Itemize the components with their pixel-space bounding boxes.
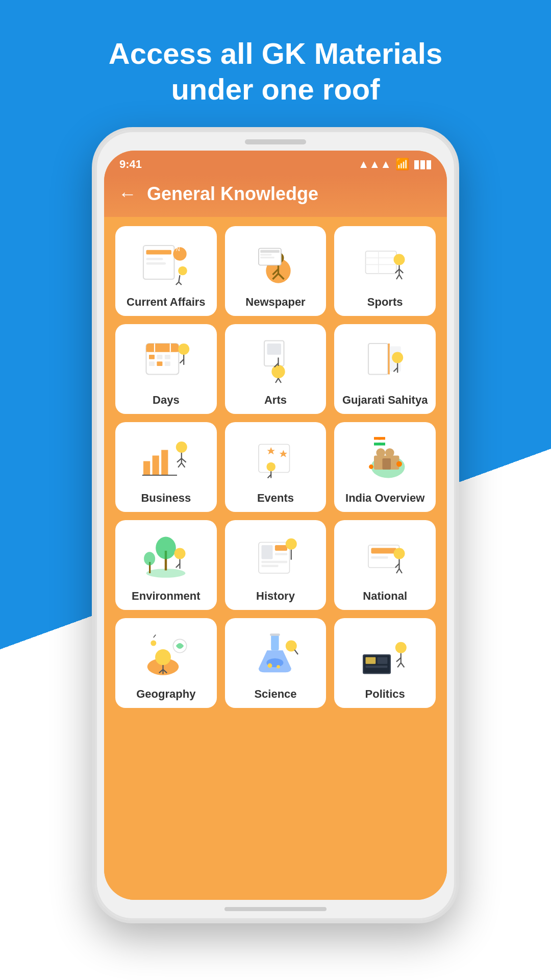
- svg-point-81: [385, 448, 394, 457]
- svg-rect-102: [371, 556, 388, 558]
- svg-rect-58: [153, 456, 159, 476]
- svg-point-109: [155, 649, 171, 665]
- svg-rect-2: [146, 258, 163, 260]
- svg-point-80: [376, 448, 385, 457]
- screen: 9:41 ▲▲▲ 📶 ▮▮▮ ← General Knowledge N: [104, 151, 447, 900]
- gujarati-sahitya-icon: [357, 332, 413, 388]
- svg-point-61: [176, 442, 187, 453]
- grid-item-science[interactable]: Science: [225, 618, 327, 708]
- national-label: National: [363, 590, 407, 603]
- grid-item-national[interactable]: National: [334, 520, 436, 610]
- svg-rect-17: [260, 250, 279, 253]
- svg-rect-37: [165, 355, 170, 359]
- svg-rect-45: [267, 344, 281, 355]
- svg-point-128: [395, 642, 406, 653]
- svg-point-89: [174, 548, 186, 559]
- app-title: General Knowledge: [147, 183, 318, 205]
- days-icon: [138, 332, 194, 388]
- svg-line-64: [182, 458, 186, 462]
- svg-rect-125: [365, 657, 375, 664]
- national-icon: [357, 528, 413, 584]
- svg-point-46: [271, 365, 285, 378]
- current-affairs-icon: N: [138, 234, 194, 290]
- science-label: Science: [254, 688, 296, 701]
- svg-rect-19: [260, 257, 274, 258]
- geography-icon: [138, 626, 194, 682]
- svg-rect-57: [143, 461, 150, 476]
- svg-rect-1: [146, 250, 172, 255]
- politics-icon: [357, 626, 413, 682]
- grid-item-india-overview[interactable]: India Overview: [334, 422, 436, 512]
- svg-line-106: [396, 569, 399, 573]
- wifi-icon: 📶: [395, 158, 409, 171]
- grid-item-environment[interactable]: Environment: [115, 520, 217, 610]
- svg-line-107: [399, 569, 402, 573]
- svg-rect-93: [261, 545, 272, 559]
- sports-icon: [357, 234, 413, 290]
- gujarati-sahitya-label: Gujarati Sahitya: [342, 394, 428, 407]
- svg-point-98: [286, 538, 297, 550]
- headline-line2: under one roof: [171, 72, 380, 106]
- newspaper-label: Newspaper: [245, 296, 305, 309]
- history-icon: [247, 528, 304, 584]
- svg-point-119: [277, 665, 280, 669]
- headline-block: Access all GK Materials under one roof: [109, 36, 442, 107]
- svg-line-9: [179, 282, 182, 285]
- grid-item-sports[interactable]: Sports: [334, 226, 436, 316]
- grid-item-gujarati-sahitya[interactable]: Gujarati Sahitya: [334, 324, 436, 414]
- svg-rect-36: [157, 355, 163, 359]
- grid-item-current-affairs[interactable]: N Current Affairs: [115, 226, 217, 316]
- svg-line-27: [399, 269, 403, 273]
- svg-text:N: N: [176, 246, 180, 252]
- science-icon: [247, 626, 304, 682]
- phone-bottom-bar: [224, 907, 327, 911]
- grid-area: N Current Affairs Newspaper: [104, 217, 447, 900]
- svg-line-8: [176, 282, 179, 285]
- svg-rect-75: [374, 440, 385, 443]
- grid-item-arts[interactable]: Arts: [225, 324, 327, 414]
- category-grid: N Current Affairs Newspaper: [115, 226, 436, 708]
- svg-rect-97: [261, 565, 278, 567]
- svg-rect-127: [365, 666, 387, 668]
- svg-point-118: [268, 664, 272, 668]
- svg-point-41: [179, 344, 190, 355]
- back-button[interactable]: ←: [118, 183, 137, 205]
- business-label: Business: [141, 492, 191, 505]
- arts-icon: [247, 332, 304, 388]
- sports-label: Sports: [367, 296, 403, 309]
- grid-item-business[interactable]: Business: [115, 422, 217, 512]
- svg-rect-20: [365, 251, 396, 274]
- svg-rect-40: [165, 361, 170, 366]
- svg-line-130: [396, 658, 401, 662]
- svg-point-103: [393, 548, 405, 559]
- arts-label: Arts: [264, 394, 287, 407]
- grid-item-events[interactable]: Events: [225, 422, 327, 512]
- headline-line1: Access all GK Materials: [109, 37, 442, 70]
- svg-rect-52: [388, 344, 389, 375]
- svg-rect-79: [382, 458, 391, 470]
- svg-rect-38: [149, 361, 155, 366]
- india-overview-label: India Overview: [345, 492, 424, 505]
- svg-rect-18: [260, 254, 271, 256]
- svg-point-24: [393, 254, 405, 265]
- svg-point-70: [266, 462, 276, 472]
- grid-item-newspaper[interactable]: Newspaper: [225, 226, 327, 316]
- svg-rect-95: [275, 553, 287, 555]
- grid-item-days[interactable]: Days: [115, 324, 217, 414]
- newspaper-icon: [247, 234, 304, 290]
- svg-line-115: [154, 635, 156, 638]
- svg-point-54: [392, 352, 403, 363]
- svg-rect-51: [368, 344, 388, 375]
- current-affairs-label: Current Affairs: [127, 296, 205, 309]
- grid-item-geography[interactable]: Geography: [115, 618, 217, 708]
- svg-rect-3: [146, 262, 166, 264]
- svg-point-83: [396, 461, 402, 467]
- grid-item-history[interactable]: History: [225, 520, 327, 610]
- svg-rect-76: [374, 443, 385, 446]
- signal-icon: ▲▲▲: [358, 158, 391, 171]
- svg-point-88: [144, 552, 155, 565]
- grid-item-politics[interactable]: Politics: [334, 618, 436, 708]
- history-label: History: [256, 590, 295, 603]
- geography-label: Geography: [136, 688, 195, 701]
- speaker: [245, 139, 306, 144]
